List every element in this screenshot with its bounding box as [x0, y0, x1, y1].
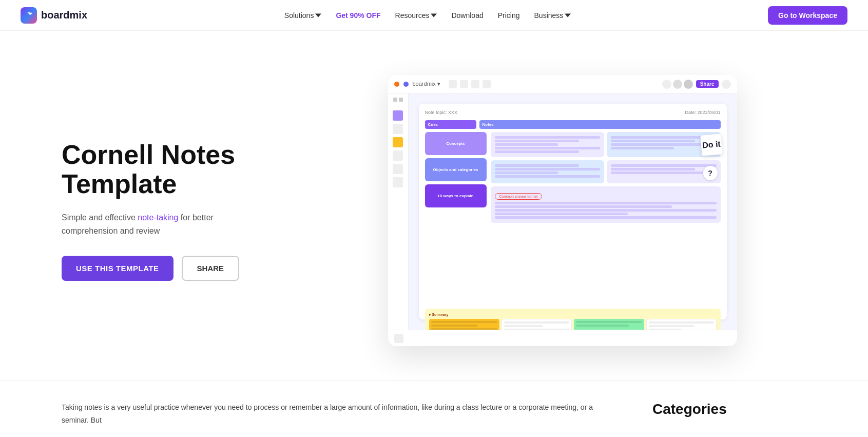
cornell-main-grid: Concepts Objects and categories 10 ways …: [425, 132, 721, 305]
use-template-button[interactable]: USE THIS TEMPLATE: [62, 256, 173, 281]
note-mid-row: ?: [491, 160, 721, 183]
template-preview: boardmix ▾ Share: [388, 75, 737, 346]
preview-bottom-bar: [388, 330, 737, 346]
toolbar-icon: [460, 80, 468, 88]
summary-col-3: [574, 319, 644, 330]
share-button[interactable]: SHARE: [182, 256, 240, 281]
summary-col-4: [646, 319, 717, 330]
note-top-row: [491, 132, 721, 157]
note-card-4: ?: [607, 160, 721, 183]
brand-name: boardmix: [41, 9, 87, 21]
promo-nav[interactable]: Get 90% OFF: [330, 7, 387, 24]
download-nav[interactable]: Download: [445, 7, 489, 24]
date-label: Date: 2023/05/01: [685, 110, 720, 115]
page-title: Cornell Notes Template: [62, 140, 277, 199]
hero-right: boardmix ▾ Share: [298, 75, 827, 346]
subtitle-em: note-taking: [138, 213, 178, 222]
preview-sidebar: [388, 93, 409, 330]
business-nav[interactable]: Business: [528, 7, 577, 24]
hero-left: Cornell Notes Template Simple and effect…: [62, 140, 277, 281]
subtitle-plain: Simple and effective: [62, 213, 138, 222]
notes-column: ? Common answer format: [491, 132, 721, 305]
note-card-bottom: Common answer format: [491, 186, 721, 223]
divider: [392, 106, 403, 106]
cue-objects: Objects and categories: [425, 158, 487, 181]
preview-body: Note topic: XXX Date: 2023/05/01 Cues No…: [388, 93, 737, 330]
nav-arrows: [393, 98, 403, 102]
summary-section: ▸ Summary: [425, 309, 721, 330]
text-tool-icon[interactable]: [393, 124, 403, 134]
hero-actions: USE THIS TEMPLATE SHARE: [62, 256, 277, 281]
navbar: boardmix Solutions Get 90% OFF Resources…: [0, 0, 868, 31]
zoom-icon: [394, 334, 403, 343]
avatar-icon: [684, 80, 693, 89]
avatar-icon: [673, 80, 682, 89]
toolbar-right: Share: [662, 80, 731, 89]
pricing-nav[interactable]: Pricing: [492, 7, 526, 24]
more-tools-icon[interactable]: [393, 177, 403, 187]
cornell-header: Note topic: XXX Date: 2023/05/01: [425, 110, 721, 115]
go-to-workspace-button[interactable]: Go to Workspace: [768, 6, 847, 25]
shape-tool-icon[interactable]: [393, 150, 403, 161]
cornell-template: Note topic: XXX Date: 2023/05/01 Cues No…: [419, 104, 727, 319]
logo-link[interactable]: boardmix: [21, 7, 87, 24]
toolbar-icon: [483, 80, 491, 88]
sticky-tool-icon[interactable]: [393, 137, 403, 147]
note-card-1: [491, 132, 605, 157]
categories-title: Categories: [652, 401, 806, 417]
summary-col-2: [501, 319, 572, 330]
bottom-section: Taking notes is a very useful practice w…: [0, 380, 868, 437]
cues-column: Concepts Objects and categories 10 ways …: [425, 132, 487, 305]
forward-icon: [399, 98, 403, 102]
summary-cols: [429, 319, 717, 330]
cues-header: Cues: [425, 120, 476, 129]
answer-format-oval: Common answer format: [495, 193, 543, 200]
resources-nav[interactable]: Resources: [389, 7, 443, 24]
intro-paragraph: Taking notes is a very useful practice w…: [62, 401, 611, 427]
bottom-categories: Categories: [652, 401, 806, 427]
settings-icon: [722, 80, 731, 89]
summary-label: ▸ Summary: [429, 313, 717, 317]
note-card-3: [491, 160, 605, 183]
pen-tool-icon[interactable]: [393, 164, 403, 174]
back-icon: [393, 98, 397, 102]
toolbar-dot-orange: [394, 82, 399, 87]
hero-subtitle: Simple and effective note-taking for bet…: [62, 211, 267, 237]
preview-canvas: Note topic: XXX Date: 2023/05/01 Cues No…: [409, 93, 737, 330]
summary-col-1: [429, 319, 499, 330]
toolbar-dot-purple: [403, 82, 409, 87]
logo-icon: [21, 7, 37, 24]
solutions-nav[interactable]: Solutions: [278, 7, 328, 24]
header-row: Cues Notes: [425, 120, 721, 129]
note-topic-label: Note topic: XXX: [425, 110, 458, 115]
decorative-sticky: Do it: [700, 134, 722, 156]
cue-concepts: Concepts: [425, 132, 487, 155]
preview-toolbar: boardmix ▾ Share: [388, 75, 737, 93]
hero-section: Cornell Notes Template Simple and effect…: [0, 31, 868, 380]
toolbar-icon: [449, 80, 457, 88]
toolbar-breadcrumb: boardmix ▾: [413, 81, 440, 87]
avatar-icon: [662, 80, 671, 89]
cue-ways: 10 ways to explain: [425, 184, 487, 207]
bottom-text: Taking notes is a very useful practice w…: [62, 401, 611, 427]
select-tool-icon[interactable]: [393, 110, 403, 121]
notes-header: Notes: [479, 120, 721, 129]
share-toolbar-button[interactable]: Share: [696, 80, 719, 88]
question-mark-icon: ?: [703, 166, 718, 180]
toolbar-icon: [471, 80, 479, 88]
nav-links: Solutions Get 90% OFF Resources Download…: [278, 7, 577, 24]
